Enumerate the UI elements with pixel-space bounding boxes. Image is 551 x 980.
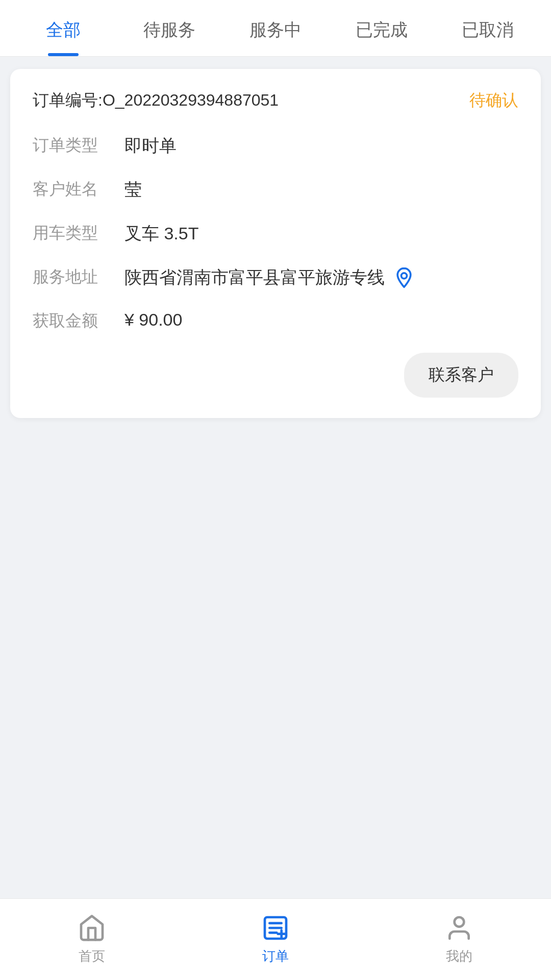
location-icon[interactable] xyxy=(393,266,415,289)
field-value-vehicle-type: 叉车 3.5T xyxy=(124,222,518,246)
tab-pending-service[interactable]: 待服务 xyxy=(116,0,222,56)
field-row-customer-name: 客户姓名 莹 xyxy=(33,178,518,202)
status-badge: 待确认 xyxy=(469,89,518,112)
field-label-order-type: 订单类型 xyxy=(33,134,124,157)
bottom-navigation: 首页 订单 我的 xyxy=(0,898,551,980)
nav-label-home: 首页 xyxy=(79,947,105,965)
field-value-amount: ¥ 90.00 xyxy=(124,310,518,330)
tab-completed[interactable]: 已完成 xyxy=(329,0,435,56)
nav-item-home[interactable]: 首页 xyxy=(0,914,184,965)
home-icon xyxy=(78,914,106,942)
tab-cancelled[interactable]: 已取消 xyxy=(435,0,541,56)
order-icon xyxy=(261,914,290,942)
field-label-amount: 获取金额 xyxy=(33,310,124,332)
card-header: 订单编号:O_20220329394887051 待确认 xyxy=(33,89,518,112)
field-label-service-address: 服务地址 xyxy=(33,266,124,288)
svg-point-0 xyxy=(402,273,407,279)
field-label-vehicle-type: 用车类型 xyxy=(33,222,124,244)
field-row-vehicle-type: 用车类型 叉车 3.5T xyxy=(33,222,518,246)
field-value-customer-name: 莹 xyxy=(124,178,518,202)
field-row-amount: 获取金额 ¥ 90.00 xyxy=(33,310,518,332)
nav-label-order: 订单 xyxy=(262,947,289,965)
profile-icon xyxy=(445,914,473,942)
svg-point-7 xyxy=(455,917,464,927)
order-card: 订单编号:O_20220329394887051 待确认 订单类型 即时单 客户… xyxy=(10,69,541,418)
field-value-order-type: 即时单 xyxy=(124,134,518,158)
content-area: 订单编号:O_20220329394887051 待确认 订单类型 即时单 客户… xyxy=(0,57,551,430)
field-row-order-type: 订单类型 即时单 xyxy=(33,134,518,158)
nav-item-profile[interactable]: 我的 xyxy=(367,914,551,965)
field-value-service-address: 陕西省渭南市富平县富平旅游专线 xyxy=(124,266,518,289)
card-footer: 联系客户 xyxy=(33,353,518,398)
tab-in-service[interactable]: 服务中 xyxy=(222,0,329,56)
contact-customer-button[interactable]: 联系客户 xyxy=(404,353,518,398)
top-tab-bar: 全部 待服务 服务中 已完成 已取消 xyxy=(0,0,551,57)
nav-item-order[interactable]: 订单 xyxy=(184,914,367,965)
tab-all[interactable]: 全部 xyxy=(10,0,116,56)
field-label-customer-name: 客户姓名 xyxy=(33,178,124,201)
field-row-service-address: 服务地址 陕西省渭南市富平县富平旅游专线 xyxy=(33,266,518,289)
order-number: 订单编号:O_20220329394887051 xyxy=(33,89,279,112)
nav-label-profile: 我的 xyxy=(446,947,472,965)
